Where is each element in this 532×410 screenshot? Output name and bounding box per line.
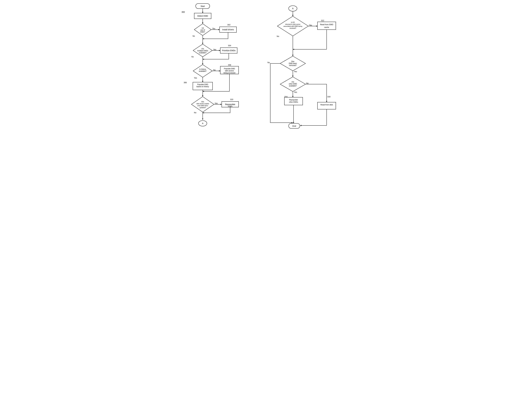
- ref-308: 308: [228, 64, 231, 66]
- svg-marker-60: [202, 118, 203, 120]
- svg-text:EMD?: EMD?: [200, 31, 205, 33]
- svg-marker-70: [316, 26, 317, 27]
- prioritize-emds-label: Prioritize EMDs: [222, 49, 235, 52]
- first-use-label: 1st: [201, 27, 204, 29]
- svg-marker-14: [203, 38, 204, 39]
- end-a-label: A: [202, 122, 203, 125]
- history-label: Is history: [199, 68, 206, 70]
- multiple-emds-no-label: No: [191, 56, 194, 58]
- svg-text:multiple EMDs: multiple EMDs: [197, 50, 208, 52]
- svg-marker-78: [292, 55, 293, 56]
- svg-text:cache: cache: [324, 26, 329, 28]
- install-drivers-label: Install drivers: [222, 29, 234, 31]
- other-emd-label: Are: [291, 81, 294, 83]
- first-use-no-label: No: [192, 35, 195, 37]
- svg-marker-75: [293, 49, 294, 50]
- io-yes-label: Yes: [309, 24, 312, 26]
- ref-306: 306: [184, 81, 187, 84]
- history-yes-label: Yes: [194, 77, 197, 79]
- svg-marker-10: [218, 29, 219, 30]
- ref-312: 312: [321, 20, 324, 21]
- disk-updated-label: Has: [201, 101, 204, 102]
- detect-emd-label: Detect EMD: [197, 15, 208, 17]
- multiple-emds-label: Are: [201, 48, 204, 50]
- svg-marker-17: [202, 43, 203, 44]
- repopulate-emd-label: Repopulate: [225, 103, 235, 106]
- emd-removed-no-label: No: [267, 61, 270, 64]
- svg-marker-52: [220, 104, 222, 105]
- svg-text:associated with EMD being: associated with EMD being: [283, 25, 302, 27]
- svg-text:other EMDs: other EMDs: [289, 101, 298, 103]
- end-label: End: [292, 125, 296, 127]
- emd-removed-yes-label: Yes: [294, 70, 297, 73]
- svg-marker-57: [203, 112, 204, 113]
- read-emd-cache-label: Read from EMD: [320, 23, 333, 26]
- io-directed-label: Is I/O: [291, 21, 295, 23]
- svg-text:disk sector copied: disk sector copied: [196, 103, 209, 105]
- svg-text:onto EMD been: onto EMD been: [197, 105, 208, 107]
- svg-text:available?: available?: [289, 85, 296, 87]
- svg-text:directed to disk sector: directed to disk sector: [285, 23, 300, 25]
- ref-302: 302: [227, 24, 230, 26]
- svg-marker-103: [300, 125, 301, 126]
- populate-history-label: Populate EMD: [197, 83, 208, 86]
- flowchart-container: 300 Start Detect EMD 1st use of EMD? Yes…: [177, 0, 355, 137]
- read-disk-label: Read from disk: [320, 104, 333, 106]
- svg-marker-93: [326, 101, 327, 102]
- start-label: Start: [200, 5, 205, 7]
- svg-text:updated?: updated?: [200, 107, 206, 108]
- svg-text:use of: use of: [200, 29, 205, 31]
- svg-rect-71: [317, 22, 336, 29]
- svg-marker-43: [203, 91, 204, 92]
- svg-marker-64: [292, 15, 293, 16]
- svg-text:being accessed: being accessed: [224, 72, 235, 74]
- svg-marker-99: [293, 122, 294, 123]
- disk-updated-yes-label: Yes: [215, 102, 218, 104]
- first-use-yes-label: Yes: [212, 28, 215, 29]
- svg-marker-87: [292, 76, 293, 77]
- svg-marker-29: [202, 63, 203, 65]
- svg-marker-46: [202, 95, 203, 97]
- label-300: 300: [181, 11, 185, 13]
- svg-marker-38: [202, 81, 203, 82]
- disk-updated-no-label: No: [194, 112, 196, 114]
- svg-marker-33: [219, 70, 220, 71]
- svg-text:EMD been: EMD been: [289, 62, 297, 64]
- svg-marker-2: [202, 12, 203, 13]
- svg-text:other EMD: other EMD: [289, 83, 297, 85]
- svg-text:removed?: removed?: [289, 64, 297, 66]
- svg-text:received?: received?: [289, 27, 296, 29]
- populate-sectors-label: Populate EMD: [224, 68, 235, 70]
- svg-marker-26: [203, 59, 204, 60]
- svg-marker-22: [219, 50, 220, 51]
- svg-rect-100: [317, 102, 336, 109]
- other-emd-no-label: No: [306, 82, 309, 84]
- ref-310: 310: [230, 98, 233, 100]
- history-no-label: No: [213, 69, 216, 71]
- multiple-emds-yes-label: Yes: [213, 49, 216, 51]
- svg-text:based on history: based on history: [196, 86, 209, 88]
- svg-marker-5: [202, 22, 203, 24]
- svg-text:available?: available?: [199, 70, 206, 72]
- svg-text:with sectors: with sectors: [225, 70, 234, 72]
- other-emd-yes-label: Yes: [294, 91, 297, 93]
- ref-304: 304: [228, 45, 231, 47]
- start-a-right-label: A: [292, 7, 294, 10]
- emd-removed-label: Has: [291, 60, 294, 62]
- svg-marker-95: [292, 96, 293, 97]
- svg-text:available?: available?: [199, 52, 206, 54]
- ref-316: 316: [327, 96, 331, 98]
- svg-marker-85: [292, 122, 293, 123]
- io-no-label: No: [277, 35, 279, 37]
- repopulate-other-label: Repopulate: [289, 99, 298, 101]
